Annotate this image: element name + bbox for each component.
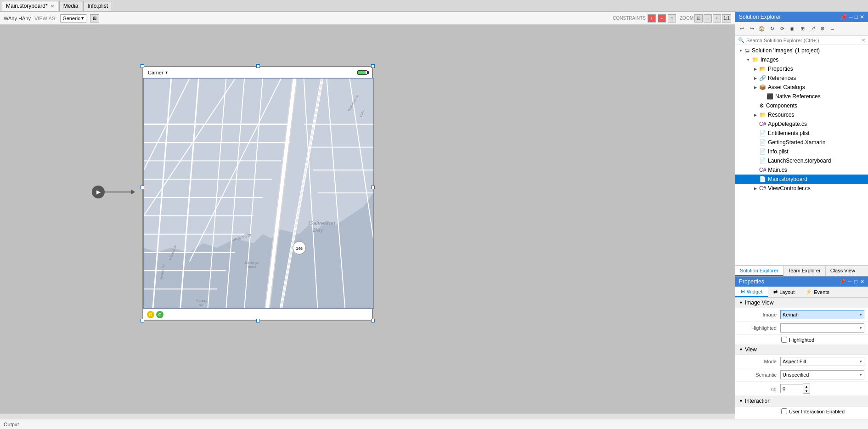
bottom-bar: G G — [143, 309, 372, 320]
properties-title: Properties — [739, 278, 764, 285]
appdelegate-label: AppDelegate.cs — [768, 121, 807, 127]
se-tab-class-view[interactable]: Class View — [826, 266, 860, 276]
handle-bottom-center[interactable] — [256, 319, 260, 322]
tree-item-images-project[interactable]: ▼ 📁 Images — [735, 55, 868, 64]
tree-item-main-storyboard[interactable]: 📄 Main.storyboard — [735, 175, 868, 184]
expand-icon[interactable]: ▶ — [752, 74, 759, 82]
se-filter-btn[interactable]: ⊞ — [798, 24, 807, 34]
aspect-ratio-btn[interactable]: ⊞ — [90, 14, 99, 23]
expand-icon[interactable]: ▶ — [752, 185, 759, 192]
tab-close-icon[interactable]: ✕ — [51, 4, 54, 9]
map-icon-1: G — [147, 311, 154, 318]
se-pin-btn[interactable]: 📌 — [840, 14, 847, 20]
tree-item-solution[interactable]: ▼ 🗂 Solution 'Images' (1 project) — [735, 46, 868, 55]
handle-top-left[interactable] — [141, 64, 144, 68]
tree-item-entitlements[interactable]: 📄 Entitlements.plist — [735, 129, 868, 138]
props-collapse-btn[interactable]: ─ — [848, 279, 852, 285]
se-tab-solution-explorer[interactable]: Solution Explorer — [735, 266, 783, 276]
tree-item-main-cs[interactable]: C# Main.cs — [735, 165, 868, 175]
zoom-out-btn[interactable]: − — [704, 14, 712, 23]
handle-bottom-right[interactable] — [371, 319, 375, 322]
interaction-section-arrow: ▼ — [739, 399, 743, 403]
tree-item-native-references[interactable]: ⬛ Native References — [735, 92, 868, 101]
view-section[interactable]: ▼ View — [735, 344, 868, 355]
zoom-fit-btn[interactable]: ⊡ — [694, 14, 703, 23]
tab-info-plist[interactable]: Info.plist — [83, 1, 112, 11]
se-back-btn[interactable]: ↩ — [737, 24, 746, 34]
mode-label: Mode — [739, 359, 780, 364]
tab-main-storyboard[interactable]: Main.storyboard* ✕ — [2, 1, 58, 11]
se-sync-btn[interactable]: ⟳ — [778, 24, 787, 34]
tree-item-resources[interactable]: ▶ 📁 Resources — [735, 110, 868, 119]
expand-icon[interactable]: ▶ — [752, 84, 759, 91]
tree-item-gettingstarted[interactable]: 📄 GettingStarted.Xamarin — [735, 138, 868, 147]
handle-top-right[interactable] — [371, 64, 375, 68]
props-tab-layout[interactable]: ⇌ Layout — [768, 287, 800, 297]
se-maximize-btn[interactable]: □ — [855, 14, 858, 20]
constraints-btn-3[interactable]: ≡ — [668, 14, 676, 23]
highlighted-checkbox[interactable] — [781, 337, 787, 343]
tab-media[interactable]: Media — [59, 1, 83, 11]
tree-item-infoplist[interactable]: 📄 Info.plist — [735, 147, 868, 156]
interaction-section[interactable]: ▼ Interaction — [735, 396, 868, 406]
se-settings-btn[interactable]: ⚙ — [818, 24, 827, 34]
se-properties-btn[interactable]: 🏠 — [757, 24, 767, 34]
constraints-btn-2[interactable]: - — [658, 14, 666, 23]
mode-dropdown-arrow: ▾ — [860, 359, 862, 364]
tree-item-appdelegate[interactable]: C# AppDelegate.cs — [735, 119, 868, 129]
spacer — [752, 166, 759, 174]
search-icon: 🔍 — [738, 37, 744, 43]
tree-item-properties[interactable]: ▶ 📂 Properties — [735, 64, 868, 73]
expand-icon[interactable]: ▶ — [752, 111, 759, 119]
props-close-btn[interactable]: ✕ — [860, 279, 864, 285]
se-git-btn[interactable]: ⎇ — [808, 24, 817, 34]
expand-icon[interactable]: ▶ — [752, 65, 759, 73]
right-panel: Solution Explorer 📌 ─ □ ✕ ↩ ↪ 🏠 ↻ ⟳ ◉ ⊞ … — [735, 12, 868, 419]
solution-icon: 🗂 — [744, 47, 750, 54]
image-select[interactable]: Kemah ▾ — [780, 310, 864, 319]
user-interaction-checkbox[interactable] — [781, 408, 787, 414]
zoom-actual-btn[interactable]: 1:1 — [722, 14, 731, 23]
handle-mid-left[interactable] — [141, 186, 144, 189]
se-tab-team-explorer[interactable]: Team Explorer — [783, 266, 826, 276]
zoom-in-btn[interactable]: + — [713, 14, 721, 23]
handle-top-center[interactable] — [256, 64, 260, 68]
search-clear-icon[interactable]: ✕ — [862, 38, 865, 43]
tree-item-asset-catalogs[interactable]: ▶ 📦 Asset Catalogs — [735, 83, 868, 92]
view-as-dropdown[interactable]: Generic ▾ — [60, 14, 86, 23]
semantic-select[interactable]: Unspecified ▾ — [780, 370, 864, 379]
handle-bottom-left[interactable] — [141, 319, 144, 322]
tree-item-viewcontroller[interactable]: ▶ C# ViewController.cs — [735, 184, 868, 193]
props-tab-widget[interactable]: ⊞ Widget — [735, 287, 768, 297]
asset-icon: 📦 — [759, 84, 766, 90]
h-scrollbar[interactable] — [0, 413, 735, 419]
mode-select[interactable]: Aspect Fill ▾ — [780, 357, 864, 366]
semantic-value: Unspecified — [783, 372, 809, 378]
se-forward-btn[interactable]: ↪ — [747, 24, 756, 34]
se-show-all-btn[interactable]: ◉ — [788, 24, 797, 34]
tree-item-components[interactable]: ⚙ Components — [735, 101, 868, 110]
se-close-btn[interactable]: ✕ — [860, 14, 864, 20]
image-view-section[interactable]: ▼ Image View — [735, 298, 868, 308]
expand-icon[interactable]: ▼ — [737, 47, 744, 54]
expand-icon[interactable]: ▼ — [744, 56, 752, 63]
canvas-area[interactable]: ▶ Carrier ▾ — [0, 25, 735, 413]
battery-fill — [358, 71, 366, 74]
se-expand-btn[interactable]: – — [828, 24, 837, 34]
constraints-btn-1[interactable]: + — [648, 14, 656, 23]
handle-mid-right[interactable] — [371, 186, 375, 189]
highlighted-select[interactable]: ▾ — [780, 323, 864, 333]
props-maximize-btn[interactable]: □ — [854, 279, 857, 285]
tag-decrement-btn[interactable]: ▼ — [803, 389, 810, 393]
tag-input[interactable] — [780, 384, 803, 393]
tree-item-launchscreen[interactable]: 📄 LaunchScreen.storyboard — [735, 156, 868, 165]
props-pin-btn[interactable]: 📌 — [839, 279, 845, 285]
scene-container: Carrier ▾ — [142, 66, 373, 321]
tab-label: Info.plist — [87, 3, 108, 9]
se-collapse-btn[interactable]: ─ — [849, 14, 853, 20]
tag-increment-btn[interactable]: ▲ — [803, 384, 810, 389]
search-input[interactable] — [746, 38, 862, 43]
tree-item-references[interactable]: ▶ 🔗 References — [735, 73, 868, 83]
se-refresh-btn[interactable]: ↻ — [767, 24, 777, 34]
props-tab-events[interactable]: ⚡ Events — [800, 287, 835, 297]
